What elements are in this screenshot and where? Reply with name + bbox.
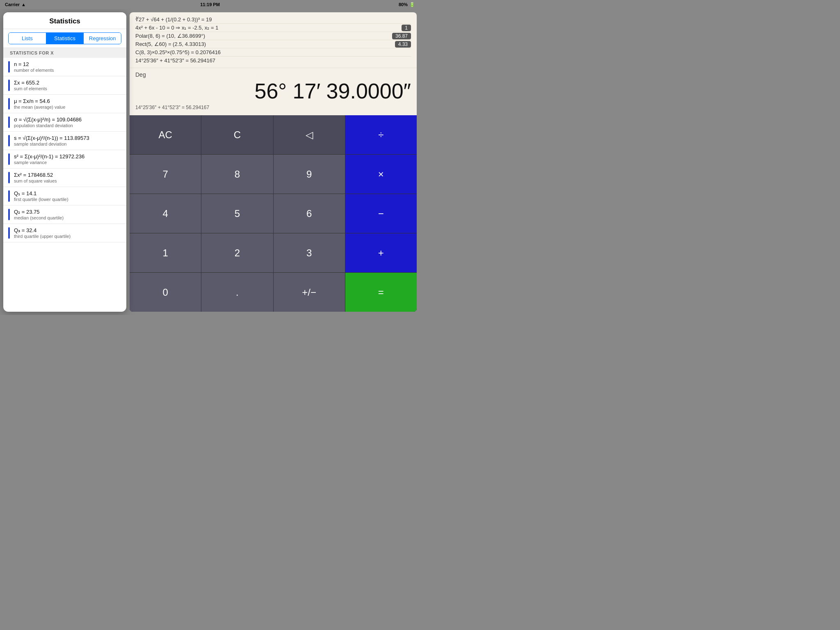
stats-section-header: STATISTICS FOR X bbox=[3, 48, 126, 58]
stat-item: Σx = 655.2 sum of elements bbox=[3, 76, 126, 95]
history-result: 1 bbox=[402, 25, 411, 31]
history-expr: Rect(5, ∠60) = (2.5, 4.33013) bbox=[135, 41, 206, 47]
modal-title-bar: Statistics bbox=[3, 12, 126, 29]
history-expr: Polar(8, 6) = (10, ∠36.8699°) bbox=[135, 33, 205, 39]
history-result: 36.87 bbox=[392, 33, 411, 39]
history-expr: 14°25′36″ + 41°52′3″ = 56.294167 bbox=[135, 57, 215, 64]
stat-content: s² = Σ(x-μ)²/(n-1) = 12972.236 sample va… bbox=[14, 153, 121, 165]
stat-indicator bbox=[8, 135, 10, 146]
tab-regression[interactable]: Regression bbox=[83, 33, 121, 44]
stat-desc: sample standard deviation bbox=[14, 142, 121, 146]
stat-indicator bbox=[8, 98, 10, 110]
history-result: 4.33 bbox=[395, 41, 411, 48]
stat-item: Q₃ = 32.4 third quartile (upper quartile… bbox=[3, 224, 126, 242]
status-bar: Carrier ▲ 11:19 PM 80% 🔋 bbox=[0, 0, 420, 9]
calc-btn----[interactable]: +/− bbox=[274, 273, 345, 312]
stat-content: n = 12 number of elements bbox=[14, 61, 121, 73]
tab-lists[interactable]: Lists bbox=[9, 33, 46, 44]
carrier-label: Carrier bbox=[5, 2, 20, 7]
calc-btn-1[interactable]: 1 bbox=[130, 233, 201, 272]
stat-indicator bbox=[8, 80, 10, 91]
status-left: Carrier ▲ bbox=[5, 2, 26, 7]
history-item: 4x² + 6x - 10 = 0 ⇒ x₁ = -2.5, x₂ = 11 bbox=[135, 24, 411, 32]
tab-statistics[interactable]: Statistics bbox=[46, 33, 84, 44]
history-expr: C(8, 3)×0.25³×(0.75^5) = 0.2076416 bbox=[135, 49, 221, 55]
stats-list[interactable]: n = 12 number of elements Σx = 655.2 sum… bbox=[3, 58, 126, 312]
history-expr: 4x² + 6x - 10 = 0 ⇒ x₁ = -2.5, x₂ = 1 bbox=[135, 25, 218, 31]
stat-desc: median (second quartile) bbox=[14, 215, 121, 220]
stat-content: Q₂ = 23.75 median (second quartile) bbox=[14, 209, 121, 220]
stat-item: μ = Σx/n = 54.6 the mean (average) value bbox=[3, 95, 126, 113]
stat-indicator bbox=[8, 61, 10, 73]
tabs-container: Lists Statistics Regression bbox=[3, 29, 126, 48]
stat-item: Q₂ = 23.75 median (second quartile) bbox=[3, 205, 126, 224]
calc-btn-8[interactable]: 8 bbox=[201, 155, 273, 194]
calc-btn-4[interactable]: 4 bbox=[130, 194, 201, 233]
statistics-modal: Statistics Lists Statistics Regression S… bbox=[3, 12, 126, 312]
stat-indicator bbox=[8, 209, 10, 220]
stat-desc: population standard deviation bbox=[14, 123, 121, 128]
stat-content: σ = √(Σ(x-μ)²/n) = 109.04686 population … bbox=[14, 116, 121, 128]
stat-formula: Q₃ = 32.4 bbox=[14, 227, 121, 233]
calc-btn-0[interactable]: 0 bbox=[130, 273, 201, 312]
stat-indicator bbox=[8, 190, 10, 202]
calc-btn-9[interactable]: 9 bbox=[274, 155, 345, 194]
stat-formula: μ = Σx/n = 54.6 bbox=[14, 98, 121, 104]
display-main: 56° 17′ 39.0000″ bbox=[135, 78, 411, 105]
stat-item: σ = √(Σ(x-μ)²/n) = 109.04686 population … bbox=[3, 113, 126, 132]
stat-formula: Σx² = 178468.52 bbox=[14, 172, 121, 178]
wifi-icon: ▲ bbox=[21, 2, 26, 7]
calc-btn--[interactable]: × bbox=[345, 155, 417, 194]
battery-label: 80% bbox=[399, 2, 408, 7]
stat-content: Q₃ = 32.4 third quartile (upper quartile… bbox=[14, 227, 121, 239]
stat-indicator bbox=[8, 227, 10, 239]
status-right: 80% 🔋 bbox=[399, 2, 415, 7]
history-item: 14°25′36″ + 41°52′3″ = 56.294167 bbox=[135, 57, 411, 64]
stat-item: s² = Σ(x-μ)²/(n-1) = 12972.236 sample va… bbox=[3, 150, 126, 169]
stat-item: Q₁ = 14.1 first quartile (lower quartile… bbox=[3, 187, 126, 205]
stat-desc: sum of elements bbox=[14, 86, 121, 91]
stat-item: n = 12 number of elements bbox=[3, 58, 126, 76]
stat-desc: sample variance bbox=[14, 160, 121, 165]
stat-indicator bbox=[8, 153, 10, 165]
calc-btn--[interactable]: ÷ bbox=[345, 115, 417, 154]
history-item: C(8, 3)×0.25³×(0.75^5) = 0.2076416 bbox=[135, 48, 411, 57]
history-item: ∛27 + √64 + (1/(0.2 + 0.3))³ = 19 bbox=[135, 16, 411, 24]
calc-btn--[interactable]: = bbox=[345, 273, 417, 312]
stat-formula: Σx = 655.2 bbox=[14, 80, 121, 86]
calc-btn-7[interactable]: 7 bbox=[130, 155, 201, 194]
stat-desc: first quartile (lower quartile) bbox=[14, 197, 121, 202]
stat-desc: third quartile (upper quartile) bbox=[14, 234, 121, 239]
calc-btn--[interactable]: − bbox=[345, 194, 417, 233]
stat-formula: Q₁ = 14.1 bbox=[14, 190, 121, 196]
calc-btn-AC[interactable]: AC bbox=[130, 115, 201, 154]
calculator-display: Deg 56° 17′ 39.0000″ 14°25′36″ + 41°52′3… bbox=[130, 68, 417, 115]
calc-btn-C[interactable]: C bbox=[201, 115, 273, 154]
calc-btn-3[interactable]: 3 bbox=[274, 233, 345, 272]
history-item: Polar(8, 6) = (10, ∠36.8699°)36.87 bbox=[135, 32, 411, 40]
calc-btn-6[interactable]: 6 bbox=[274, 194, 345, 233]
calculator-history: ∛27 + √64 + (1/(0.2 + 0.3))³ = 194x² + 6… bbox=[130, 12, 417, 68]
modal-title: Statistics bbox=[49, 17, 80, 25]
calc-btn--[interactable]: + bbox=[345, 233, 417, 272]
stat-formula: s² = Σ(x-μ)²/(n-1) = 12972.236 bbox=[14, 153, 121, 160]
stat-content: Σx² = 178468.52 sum of square values bbox=[14, 172, 121, 183]
stat-indicator bbox=[8, 172, 10, 183]
calc-btn--[interactable]: . bbox=[201, 273, 273, 312]
stat-formula: Q₂ = 23.75 bbox=[14, 209, 121, 215]
stat-desc: the mean (average) value bbox=[14, 105, 121, 110]
stat-content: μ = Σx/n = 54.6 the mean (average) value bbox=[14, 98, 121, 110]
history-expr: ∛27 + √64 + (1/(0.2 + 0.3))³ = 19 bbox=[135, 16, 212, 23]
calc-btn-2[interactable]: 2 bbox=[201, 233, 273, 272]
calc-btn--[interactable]: ◁ bbox=[274, 115, 345, 154]
calc-btn-5[interactable]: 5 bbox=[201, 194, 273, 233]
stat-item: s = √(Σ(x-μ)²/(n-1)) = 113.89573 sample … bbox=[3, 132, 126, 150]
stat-content: Q₁ = 14.1 first quartile (lower quartile… bbox=[14, 190, 121, 202]
stat-formula: σ = √(Σ(x-μ)²/n) = 109.04686 bbox=[14, 116, 121, 123]
stat-formula: s = √(Σ(x-μ)²/(n-1)) = 113.89573 bbox=[14, 135, 121, 141]
battery-icon: 🔋 bbox=[409, 2, 415, 7]
stat-desc: number of elements bbox=[14, 68, 121, 73]
stat-item: Σx² = 178468.52 sum of square values bbox=[3, 169, 126, 187]
stat-content: Σx = 655.2 sum of elements bbox=[14, 80, 121, 91]
stat-content: s = √(Σ(x-μ)²/(n-1)) = 113.89573 sample … bbox=[14, 135, 121, 146]
